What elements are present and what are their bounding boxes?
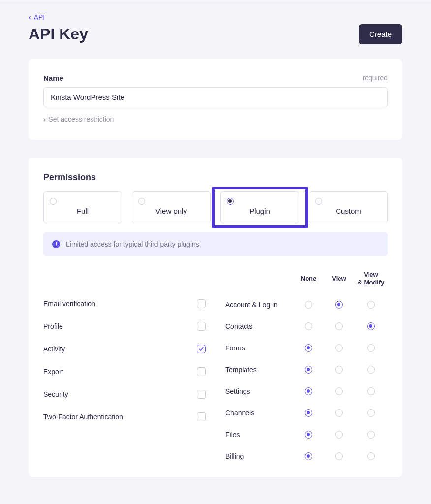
- access-restriction-toggle[interactable]: › Set access restriction: [43, 115, 388, 123]
- permission-level-label: View only: [138, 207, 204, 215]
- column-header-none: None: [293, 275, 324, 283]
- checkbox-activity[interactable]: [197, 345, 206, 353]
- perm-right-label: Forms: [225, 344, 293, 352]
- radio-settings-view-modify[interactable]: [367, 387, 375, 395]
- perm-right-label: Channels: [225, 409, 293, 417]
- perm-left-label: Activity: [43, 345, 197, 353]
- radio-contacts-none[interactable]: [305, 322, 312, 330]
- radio-billing-none[interactable]: [305, 452, 312, 460]
- radio-contacts-view-modify[interactable]: [367, 322, 375, 330]
- info-icon: i: [52, 240, 60, 248]
- perm-right-label: Templates: [225, 366, 293, 374]
- name-card: Name required › Set access restriction: [29, 59, 402, 140]
- perm-right-label: Account & Log in: [225, 301, 293, 309]
- name-required: required: [363, 74, 388, 82]
- radio-forms-view-modify[interactable]: [367, 344, 375, 352]
- radio-account-log-in-view[interactable]: [335, 301, 343, 309]
- radio-templates-view[interactable]: [335, 366, 343, 374]
- info-banner: i Limited access for typical third party…: [43, 232, 388, 256]
- checkbox-email-verification[interactable]: [197, 299, 206, 308]
- info-text: Limited access for typical third party p…: [66, 240, 199, 248]
- column-header-view-modify: View& Modify: [354, 271, 388, 287]
- radio-billing-view[interactable]: [335, 452, 343, 460]
- permission-level-plugin[interactable]: Plugin: [220, 191, 299, 223]
- name-input[interactable]: [43, 87, 388, 107]
- perm-right-label: Billing: [225, 452, 293, 460]
- radio-templates-none[interactable]: [305, 366, 312, 374]
- radio-forms-none[interactable]: [305, 344, 312, 352]
- perm-left-label: Email verification: [43, 300, 197, 308]
- checkbox-security[interactable]: [197, 390, 206, 399]
- permission-level-custom[interactable]: Custom: [309, 191, 388, 223]
- radio-channels-view-modify[interactable]: [367, 409, 375, 417]
- permission-level-label: Custom: [315, 207, 381, 215]
- radio-files-view[interactable]: [335, 431, 343, 439]
- radio-files-view-modify[interactable]: [367, 431, 375, 439]
- breadcrumb-api-link[interactable]: API: [34, 13, 45, 21]
- permission-level-full[interactable]: Full: [43, 191, 122, 223]
- radio-channels-view[interactable]: [335, 409, 343, 417]
- radio-icon: [50, 198, 57, 205]
- permissions-title: Permissions: [43, 172, 388, 183]
- perm-left-label: Security: [43, 390, 197, 398]
- radio-account-log-in-view-modify[interactable]: [367, 301, 375, 309]
- permission-level-view-only[interactable]: View only: [132, 191, 211, 223]
- perm-left-label: Export: [43, 368, 197, 376]
- checkbox-two-factor-authentication[interactable]: [197, 412, 206, 421]
- radio-icon: [227, 198, 234, 205]
- radio-settings-none[interactable]: [305, 387, 312, 395]
- radio-forms-view[interactable]: [335, 344, 343, 352]
- breadcrumb[interactable]: ‹ API: [29, 13, 402, 21]
- permission-level-label: Plugin: [227, 207, 293, 215]
- create-button[interactable]: Create: [359, 24, 402, 44]
- checkbox-profile[interactable]: [197, 322, 206, 331]
- radio-billing-view-modify[interactable]: [367, 452, 375, 460]
- permissions-card: Permissions FullView onlyPluginCustom i …: [29, 158, 402, 477]
- radio-contacts-view[interactable]: [335, 322, 343, 330]
- radio-files-none[interactable]: [305, 431, 312, 439]
- radio-templates-view-modify[interactable]: [367, 366, 375, 374]
- radio-icon: [138, 198, 145, 205]
- name-label: Name: [43, 74, 63, 82]
- chevron-right-icon: ›: [43, 116, 45, 123]
- perm-left-label: Two-Factor Authentication: [43, 413, 197, 421]
- column-header-view: View: [324, 275, 354, 283]
- radio-settings-view[interactable]: [335, 387, 343, 395]
- page-title: API Key: [29, 25, 88, 43]
- permission-level-label: Full: [50, 207, 116, 215]
- access-restriction-label: Set access restriction: [48, 115, 114, 123]
- perm-left-label: Profile: [43, 322, 197, 330]
- chevron-left-icon: ‹: [29, 13, 31, 21]
- radio-account-log-in-none[interactable]: [305, 301, 312, 309]
- perm-right-label: Files: [225, 431, 293, 439]
- radio-icon: [315, 198, 322, 205]
- radio-channels-none[interactable]: [305, 409, 312, 417]
- checkbox-export[interactable]: [197, 367, 206, 376]
- perm-right-label: Contacts: [225, 322, 293, 330]
- perm-right-label: Settings: [225, 387, 293, 395]
